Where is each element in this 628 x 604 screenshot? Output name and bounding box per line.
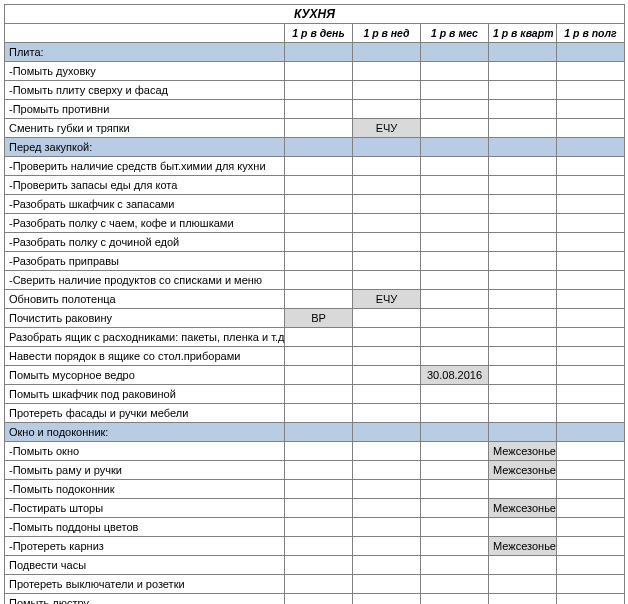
freq-cell[interactable]	[285, 594, 353, 605]
freq-cell[interactable]	[557, 404, 625, 423]
freq-cell[interactable]	[285, 328, 353, 347]
freq-cell[interactable]	[557, 480, 625, 499]
freq-cell[interactable]	[489, 309, 557, 328]
freq-cell[interactable]	[353, 575, 421, 594]
freq-cell[interactable]	[421, 81, 489, 100]
freq-cell[interactable]	[421, 575, 489, 594]
freq-cell[interactable]	[557, 176, 625, 195]
freq-cell[interactable]	[421, 385, 489, 404]
freq-cell[interactable]	[353, 81, 421, 100]
freq-cell[interactable]	[489, 366, 557, 385]
freq-cell[interactable]	[557, 214, 625, 233]
freq-cell[interactable]	[489, 385, 557, 404]
freq-cell[interactable]	[353, 271, 421, 290]
freq-cell[interactable]	[421, 214, 489, 233]
freq-cell[interactable]	[489, 594, 557, 605]
freq-cell[interactable]	[557, 195, 625, 214]
freq-cell[interactable]: Межсезонье	[489, 442, 557, 461]
freq-cell[interactable]	[557, 442, 625, 461]
freq-cell[interactable]	[421, 537, 489, 556]
freq-cell[interactable]	[421, 157, 489, 176]
freq-cell[interactable]	[421, 309, 489, 328]
freq-cell[interactable]	[285, 461, 353, 480]
freq-cell[interactable]	[489, 480, 557, 499]
freq-cell[interactable]: Межсезонье	[489, 499, 557, 518]
freq-cell[interactable]	[285, 347, 353, 366]
freq-cell[interactable]	[489, 290, 557, 309]
freq-cell[interactable]	[557, 119, 625, 138]
freq-cell[interactable]	[557, 556, 625, 575]
freq-cell[interactable]	[489, 214, 557, 233]
freq-cell[interactable]	[489, 233, 557, 252]
freq-cell[interactable]	[353, 404, 421, 423]
freq-cell[interactable]	[421, 480, 489, 499]
freq-cell[interactable]	[285, 404, 353, 423]
freq-cell[interactable]	[421, 271, 489, 290]
freq-cell[interactable]	[489, 404, 557, 423]
freq-cell[interactable]	[557, 537, 625, 556]
freq-cell[interactable]	[421, 347, 489, 366]
freq-cell[interactable]	[421, 556, 489, 575]
freq-cell[interactable]	[421, 461, 489, 480]
freq-cell[interactable]	[285, 233, 353, 252]
freq-cell[interactable]	[285, 518, 353, 537]
freq-cell[interactable]	[353, 518, 421, 537]
freq-cell[interactable]	[557, 347, 625, 366]
freq-cell[interactable]	[285, 385, 353, 404]
freq-cell[interactable]	[285, 252, 353, 271]
freq-cell[interactable]	[285, 81, 353, 100]
freq-cell[interactable]	[353, 499, 421, 518]
freq-cell[interactable]	[421, 290, 489, 309]
freq-cell[interactable]	[421, 100, 489, 119]
freq-cell[interactable]	[489, 100, 557, 119]
freq-cell[interactable]	[353, 309, 421, 328]
freq-cell[interactable]	[353, 195, 421, 214]
freq-cell[interactable]	[489, 347, 557, 366]
freq-cell[interactable]	[353, 252, 421, 271]
freq-cell[interactable]	[489, 556, 557, 575]
freq-cell[interactable]	[285, 271, 353, 290]
freq-cell[interactable]	[557, 328, 625, 347]
freq-cell[interactable]	[353, 62, 421, 81]
freq-cell[interactable]	[489, 157, 557, 176]
freq-cell[interactable]	[285, 442, 353, 461]
freq-cell[interactable]	[489, 271, 557, 290]
freq-cell[interactable]	[421, 195, 489, 214]
freq-cell[interactable]	[557, 81, 625, 100]
freq-cell[interactable]	[557, 62, 625, 81]
freq-cell[interactable]	[285, 195, 353, 214]
freq-cell[interactable]	[285, 556, 353, 575]
freq-cell[interactable]	[421, 328, 489, 347]
freq-cell[interactable]	[557, 385, 625, 404]
freq-cell[interactable]: ЕЧУ	[353, 119, 421, 138]
freq-cell[interactable]	[421, 518, 489, 537]
freq-cell[interactable]	[421, 252, 489, 271]
freq-cell[interactable]	[353, 461, 421, 480]
freq-cell[interactable]	[421, 442, 489, 461]
freq-cell[interactable]	[353, 328, 421, 347]
freq-cell[interactable]	[285, 176, 353, 195]
freq-cell[interactable]	[353, 214, 421, 233]
freq-cell[interactable]	[353, 157, 421, 176]
freq-cell[interactable]	[353, 347, 421, 366]
freq-cell[interactable]	[489, 575, 557, 594]
freq-cell[interactable]	[285, 537, 353, 556]
freq-cell[interactable]	[353, 537, 421, 556]
freq-cell[interactable]	[557, 290, 625, 309]
freq-cell[interactable]	[421, 119, 489, 138]
freq-cell[interactable]	[489, 252, 557, 271]
freq-cell[interactable]	[353, 594, 421, 605]
freq-cell[interactable]	[285, 366, 353, 385]
freq-cell[interactable]	[285, 119, 353, 138]
freq-cell[interactable]	[285, 575, 353, 594]
freq-cell[interactable]	[421, 404, 489, 423]
freq-cell[interactable]	[557, 309, 625, 328]
freq-cell[interactable]	[421, 176, 489, 195]
freq-cell[interactable]	[557, 461, 625, 480]
freq-cell[interactable]: 30.08.2016	[421, 366, 489, 385]
freq-cell[interactable]	[489, 62, 557, 81]
freq-cell[interactable]	[285, 62, 353, 81]
freq-cell[interactable]: ВР	[285, 309, 353, 328]
freq-cell[interactable]	[557, 252, 625, 271]
freq-cell[interactable]	[557, 233, 625, 252]
